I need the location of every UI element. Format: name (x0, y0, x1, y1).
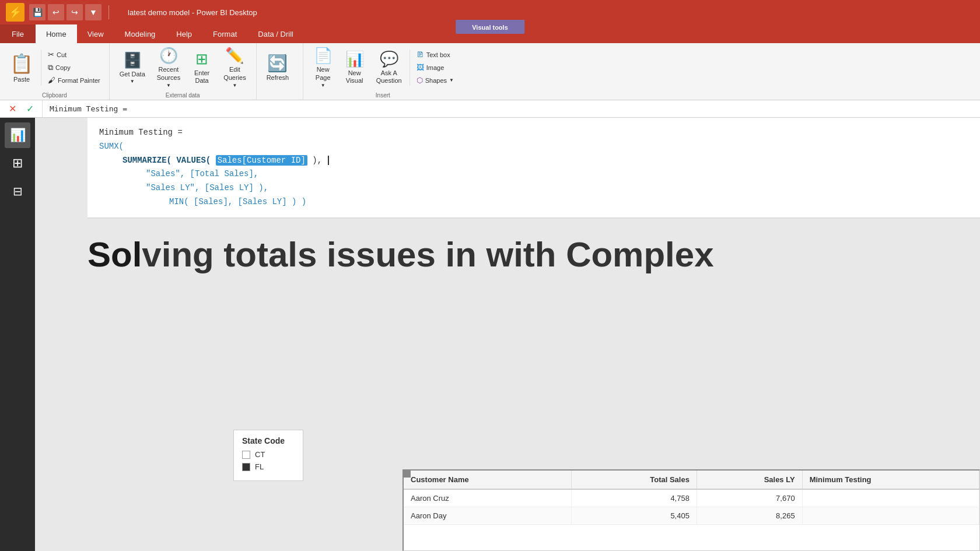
left-sidebar: 📊 ⊞ ⊟ (0, 118, 35, 551)
formula-bar-controls: ✕ ✓ (0, 100, 43, 117)
fl-checkbox[interactable] (242, 463, 250, 471)
insert-section: 📄 NewPage ▼ 📊 NewVisual 💬 Ask AQuestion … (303, 43, 463, 100)
divider (41, 50, 41, 85)
enter-data-icon: ⊞ (195, 50, 208, 68)
tab-home[interactable]: Home (36, 24, 77, 43)
copy-label: Copy (55, 64, 71, 71)
row1-sales-ly: 7,670 (696, 489, 802, 507)
state-filter-label: State Code (242, 436, 295, 445)
paste-button[interactable]: 📋 Paste (5, 48, 38, 87)
data-table: Customer Name Total Sales Sales LY Minim… (404, 471, 979, 525)
title-divider (108, 5, 109, 19)
row1-name: Aaron Cruz (404, 489, 572, 507)
table-corner-handle[interactable] (402, 469, 411, 478)
tab-modeling[interactable]: Modeling (114, 24, 166, 43)
enter-data-button[interactable]: ⊞ EnterData (187, 48, 217, 87)
format-painter-button[interactable]: 🖌 Format Painter (44, 74, 104, 87)
get-data-button[interactable]: 🗄️ Get Data ▼ (114, 48, 150, 87)
col-customer-name: Customer Name (404, 471, 572, 489)
fl-label: FL (255, 462, 264, 471)
row2-name: Aaron Day (404, 507, 572, 525)
code-line-2: SUMX( (99, 140, 968, 154)
sidebar-icon-model[interactable]: ⊟ (5, 178, 30, 204)
formula-content[interactable]: Minimum Testing = (43, 100, 980, 117)
canvas-area: Minimum Testing = SUMX( SUMMARIZE( VALUE… (35, 118, 980, 551)
clipboard-content: 📋 Paste ✂ Cut ⧉ Copy 🖌 Format Painter (5, 45, 104, 89)
code-line-3: SUMMARIZE( VALUES( Sales[Customer ID] ), (123, 154, 968, 168)
shapes-button[interactable]: ⬡ Shapes ▼ (412, 74, 458, 87)
refresh-section: 🔄 Refresh (257, 43, 303, 100)
text-cursor (328, 156, 329, 165)
tab-data-drill[interactable]: Data / Drill (247, 24, 304, 43)
state-filter-visual[interactable]: State Code CT FL (233, 430, 303, 481)
new-visual-button[interactable]: 📊 NewVisual (340, 48, 370, 87)
image-icon: 🖼 (416, 63, 424, 72)
visual-tools-label: Visual tools (472, 24, 508, 31)
undo-button[interactable]: ↩ (48, 4, 64, 20)
external-data-label: External data (110, 92, 256, 99)
cut-button[interactable]: ✂ Cut (44, 48, 104, 61)
ask-question-label: Ask AQuestion (376, 69, 402, 85)
clipboard-section: 📋 Paste ✂ Cut ⧉ Copy 🖌 Format Painter (0, 43, 110, 100)
formula-cancel-button[interactable]: ✕ (5, 103, 20, 115)
copy-icon: ⧉ (48, 63, 53, 72)
save-button[interactable]: 💾 (29, 4, 46, 20)
copy-button[interactable]: ⧉ Copy (44, 61, 104, 74)
table-row: Aaron Day 5,405 8,265 (404, 507, 979, 525)
new-page-button[interactable]: 📄 NewPage ▼ (308, 48, 338, 87)
recent-sources-arrow: ▼ (166, 83, 171, 88)
row2-total-sales: 5,405 (572, 507, 697, 525)
recent-sources-label: RecentSources (157, 66, 180, 81)
app-title: latest demo model - Power BI Desktop (128, 8, 257, 17)
shapes-icon: ⬡ (416, 76, 423, 85)
slide-title: Solving totals issues in with Complex (88, 234, 714, 275)
cut-label: Cut (57, 51, 66, 58)
tab-help[interactable]: Help (166, 24, 202, 43)
insert-label: Insert (303, 92, 463, 99)
row1-total-sales: 4,758 (572, 489, 697, 507)
recent-sources-button[interactable]: 🕐 RecentSources ▼ (152, 48, 186, 87)
insert-small-stack: 🖹 Text box 🖼 Image ⬡ Shapes ▼ (412, 48, 458, 87)
tab-format[interactable]: Format (202, 24, 247, 43)
table-row: Aaron Cruz 4,758 7,670 (404, 489, 979, 507)
redo-button[interactable]: ↪ (66, 4, 83, 20)
main-container: 📊 ⊞ ⊟ Minimum Testing = SUMX( SUMMARIZE(… (0, 118, 980, 551)
row2-sales-ly: 8,265 (696, 507, 802, 525)
text-box-icon: 🖹 (416, 50, 424, 59)
paste-label: Paste (13, 76, 30, 83)
enter-data-label: EnterData (194, 69, 209, 85)
shapes-label: Shapes (425, 77, 447, 84)
new-page-label: NewPage (316, 66, 331, 81)
new-visual-label: NewVisual (346, 69, 363, 85)
clipboard-small-buttons: ✂ Cut ⧉ Copy 🖌 Format Painter (44, 48, 104, 87)
format-painter-label: Format Painter (58, 77, 100, 84)
customize-button[interactable]: ▼ (85, 4, 102, 20)
paste-icon: 📋 (10, 52, 33, 75)
cut-icon: ✂ (48, 50, 54, 59)
edit-queries-icon: ✏️ (225, 47, 244, 65)
code-line-4: "Sales", [Total Sales], (146, 167, 968, 181)
state-item-ct[interactable]: CT (242, 450, 295, 459)
formula-confirm-button[interactable]: ✓ (22, 103, 37, 115)
code-line-1: Minimum Testing = (99, 126, 968, 140)
state-item-fl[interactable]: FL (242, 462, 295, 471)
code-editor[interactable]: Minimum Testing = SUMX( SUMMARIZE( VALUE… (88, 118, 980, 219)
tab-file[interactable]: File (0, 24, 36, 43)
refresh-button[interactable]: 🔄 Refresh (261, 48, 295, 87)
refresh-icon: 🔄 (267, 54, 288, 73)
insert-divider (410, 50, 410, 85)
formula-bar: ✕ ✓ Minimum Testing = (0, 100, 980, 118)
text-box-button[interactable]: 🖹 Text box (412, 48, 458, 61)
ct-checkbox[interactable] (242, 451, 250, 459)
edit-queries-button[interactable]: ✏️ EditQueries ▼ (218, 48, 251, 87)
title-bar-controls: 💾 ↩ ↪ ▼ (29, 4, 102, 20)
ask-question-button[interactable]: 💬 Ask AQuestion (371, 48, 407, 87)
image-button[interactable]: 🖼 Image (412, 61, 458, 74)
get-data-arrow: ▼ (130, 79, 135, 84)
col-total-sales: Total Sales (572, 471, 697, 489)
edit-queries-arrow: ▼ (232, 83, 237, 88)
sidebar-icon-grid[interactable]: ⊞ (5, 150, 30, 176)
sidebar-icon-chart[interactable]: 📊 (5, 122, 30, 148)
formula-text: Minimum Testing = (50, 104, 127, 113)
tab-view[interactable]: View (77, 24, 114, 43)
